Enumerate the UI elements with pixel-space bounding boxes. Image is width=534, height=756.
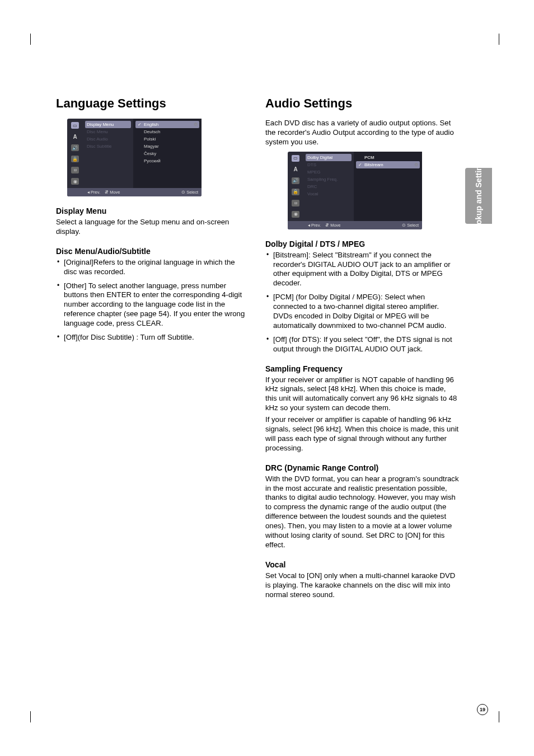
osd-menu-item: Disc Menu <box>85 128 131 135</box>
subheading-drc: DRC (Dynamic Range Control) <box>265 463 459 472</box>
osd-icon-rail: ▭ A 🔊 🔒 ⧈ ◉ <box>288 152 303 221</box>
osd-audio: ▭ A 🔊 🔒 ⧈ ◉ Dolby Digital DTS MPEG Sampl… <box>288 152 422 229</box>
osd-icon-tv: ▭ <box>292 155 299 162</box>
osd-menu-item: Display Menu <box>85 121 131 128</box>
column-left: Language Settings ▭ A 🔊 🔒 ⧈ ◉ Display Me… <box>56 96 250 602</box>
osd-menu-item: Sampling Freq. <box>306 176 352 183</box>
paragraph: Each DVD disc has a variety of audio out… <box>265 119 459 147</box>
bullet-list: [Bitstream]: Select "Bitstream" if you c… <box>265 251 459 354</box>
subheading-display-menu: Display Menu <box>56 206 250 215</box>
osd-value-list: PCM ✓Bitstream⚙ <box>354 152 422 221</box>
gear-icon: ⚙ <box>194 122 198 127</box>
subheading-disc-menu-audio-subtitle: Disc Menu/Audio/Subtitle <box>56 247 250 256</box>
osd-hint-move: ⇵ Move <box>325 223 340 228</box>
crop-mark <box>499 34 499 45</box>
bullet-list: [Original]Refers to the original languag… <box>56 258 250 342</box>
osd-value-item: Polski <box>135 135 199 143</box>
paragraph: If your receiver or amplifier is NOT cap… <box>265 375 459 414</box>
subheading-vocal: Vocal <box>265 560 459 569</box>
bullet-item: [Bitstream]: Select "Bitstream" if you c… <box>265 251 459 289</box>
crop-mark <box>30 711 31 722</box>
osd-menu-item: Vocal <box>306 190 352 198</box>
osd-icon-lock: 🔒 <box>71 156 79 162</box>
osd-footer: ◂ Prev. ⇵ Move ⊙ Select <box>288 221 422 229</box>
osd-menu-item: Disc Audio <box>85 135 131 143</box>
check-icon: ✓ <box>137 122 142 127</box>
heading-language-settings: Language Settings <box>56 96 250 111</box>
osd-menu-item: MPEG <box>306 168 352 176</box>
osd-hint-prev: ◂ Prev. <box>87 190 100 195</box>
osd-value-list: ✓English⚙ Deutsch Polski Magyar Česky Ру… <box>133 119 202 188</box>
osd-icon-a: A <box>292 166 299 173</box>
subheading-sampling-frequency: Sampling Frequency <box>265 364 459 373</box>
osd-language: ▭ A 🔊 🔒 ⧈ ◉ Display Menu Disc Menu Disc … <box>67 119 202 196</box>
osd-menu-item: Disc Subtitle <box>85 143 131 150</box>
subheading-dolby-dts-mpeg: Dolby Digital / DTS / MPEG <box>265 240 459 248</box>
osd-menu-item: DTS <box>306 161 352 168</box>
paragraph: Select a language for the Setup menu and… <box>56 218 250 237</box>
paragraph: If your receiver or amplifier is capable… <box>265 415 459 453</box>
osd-hint-select: ⊙ Select <box>181 190 198 195</box>
page-number: 19 <box>477 704 488 715</box>
osd-icon-rec: ⧈ <box>292 200 299 206</box>
osd-menu-item: DRC <box>306 183 352 190</box>
crop-mark <box>499 711 499 722</box>
page: Hookup and Settings Language Settings ▭ … <box>0 0 534 756</box>
osd-icon-speaker: 🔊 <box>71 144 79 151</box>
gear-icon: ⚙ <box>414 162 418 167</box>
bullet-item: [Off](for Disc Subtitle) : Turn off Subt… <box>56 333 250 342</box>
osd-footer: ◂ Prev. ⇵ Move ⊙ Select <box>67 188 202 196</box>
osd-value-item: ✓Bitstream⚙ <box>356 161 420 168</box>
section-tab: Hookup and Settings <box>465 168 492 224</box>
crop-mark <box>30 34 31 45</box>
osd-icon-disc: ◉ <box>292 211 299 218</box>
osd-value-item: ✓English⚙ <box>135 121 199 128</box>
osd-body: ▭ A 🔊 🔒 ⧈ ◉ Dolby Digital DTS MPEG Sampl… <box>288 152 422 221</box>
heading-audio-settings: Audio Settings <box>265 96 459 111</box>
bullet-item: [Other] To select another language, pres… <box>56 281 250 328</box>
osd-value-item: Česky <box>135 150 199 157</box>
paragraph: With the DVD format, you can hear a prog… <box>265 475 459 550</box>
osd-icon-speaker: 🔊 <box>292 177 299 184</box>
osd-icon-disc: ◉ <box>71 178 79 185</box>
bullet-item: [PCM] (for Dolby Digital / MPEG): Select… <box>265 293 459 331</box>
osd-value-item: Magyar <box>135 143 199 150</box>
osd-icon-lock: 🔒 <box>292 189 299 195</box>
osd-icon-rec: ⧈ <box>71 167 79 173</box>
check-icon: ✓ <box>358 162 362 167</box>
osd-menu-list: Dolby Digital DTS MPEG Sampling Freq. DR… <box>303 152 354 221</box>
osd-hint-move: ⇵ Move <box>105 190 120 195</box>
osd-icon-a: A <box>71 133 79 140</box>
osd-menu-list: Display Menu Disc Menu Disc Audio Disc S… <box>83 119 133 188</box>
osd-value-item: Русский <box>135 157 199 165</box>
osd-body: ▭ A 🔊 🔒 ⧈ ◉ Display Menu Disc Menu Disc … <box>67 119 202 188</box>
column-right: Audio Settings Each DVD disc has a varie… <box>265 96 459 602</box>
osd-menu-item: Dolby Digital <box>306 154 352 161</box>
osd-hint-select: ⊙ Select <box>402 223 419 228</box>
osd-hint-prev: ◂ Prev. <box>308 223 321 228</box>
section-tab-label: Hookup and Settings <box>474 157 483 235</box>
osd-icon-rail: ▭ A 🔊 🔒 ⧈ ◉ <box>67 119 83 188</box>
bullet-item: [Off] (for DTS): If you select "Off", th… <box>265 335 459 354</box>
osd-value-header: PCM <box>356 154 420 161</box>
osd-icon-tv: ▭ <box>71 122 79 129</box>
content: Language Settings ▭ A 🔊 🔒 ⧈ ◉ Display Me… <box>56 96 459 602</box>
bullet-item: [Original]Refers to the original languag… <box>56 258 250 277</box>
paragraph: Set Vocal to [ON] only when a multi-chan… <box>265 571 459 600</box>
osd-value-item: Deutsch <box>135 128 199 135</box>
